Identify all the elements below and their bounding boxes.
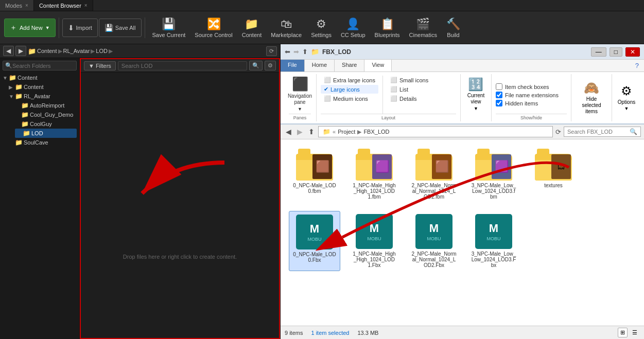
tab-view[interactable]: View (364, 60, 392, 72)
file-explorer-title: FBX_LOD (322, 48, 588, 56)
file-name: 1_NPC-Male_High_High_1024_LOD1.Fbx (352, 251, 397, 268)
content-btn[interactable]: 📁 Content (238, 15, 266, 40)
current-view-btn[interactable]: 🔢 Currentview ▼ . (461, 74, 492, 121)
ue-sep-1 (59, 17, 59, 38)
tree-label: LOD (31, 130, 43, 136)
nav-forward-addr-button[interactable]: ▶ (295, 127, 305, 137)
marketplace-btn[interactable]: 🛍 Marketplace (267, 15, 306, 40)
add-new-button[interactable]: ＋ Add New ▼ (4, 19, 56, 37)
list-item[interactable]: M MOBU 0_NPC-Male_LOD0.Fbx (289, 211, 340, 271)
help-icon[interactable]: ? (630, 60, 644, 72)
modes-close[interactable]: × (25, 3, 28, 8)
import-button[interactable]: ⬇ Import (62, 19, 98, 37)
tree-item-soulcave[interactable]: 📁 SoulCave (9, 138, 77, 147)
tree-item-content-child[interactable]: ▶ 📁 Content (9, 82, 77, 92)
refresh-addr-button[interactable]: ⟳ (554, 127, 562, 137)
tree-item-content-root[interactable]: ▼ 📁 Content (3, 73, 77, 82)
list-item[interactable]: 🗂 textures (528, 146, 579, 203)
ribbon-group-panes: ⬛ Navigationpane ▼ Panes (284, 74, 317, 121)
folder-addr-icon: 📁 (323, 128, 330, 135)
show-hide-group-label: Show/hide (496, 114, 567, 121)
breadcrumb-sync-button[interactable]: ⟳ (266, 46, 277, 56)
item-checkboxes-checkbox[interactable]: Item check boxes (496, 83, 567, 90)
details-btn[interactable]: ⬜ Details (387, 94, 431, 103)
nav-pane-dropdown-icon: ▼ (298, 106, 302, 112)
status-bar: 9 items 1 item selected 13.3 MB ⊞ ☰ (281, 326, 644, 339)
tree-label: Content (24, 84, 44, 90)
breadcrumb-level1[interactable]: RL_Avatar (63, 48, 90, 54)
nav-up-addr-button[interactable]: ⬆ (306, 127, 317, 137)
medium-icons-btn[interactable]: ⬜ Medium icons (321, 94, 378, 103)
list-item[interactable]: M MOBU 2_NPC-Male_Normal_Normal_1024_LOD… (408, 211, 460, 271)
filter-bar: ▼ Filters 🔍 ⚙ (81, 59, 279, 73)
blueprints-btn[interactable]: 📋 Blueprints (371, 15, 404, 40)
list-item[interactable]: 🟫 2_NPC-Male_Normal_Normal_1024_LOD2.fbm (408, 146, 460, 203)
blueprints-icon: 📋 (380, 17, 394, 31)
tab-file[interactable]: File (281, 60, 305, 72)
large-icons-btn[interactable]: ✔ Large icons (321, 85, 378, 94)
tree-label: CoolGuy (30, 121, 52, 127)
hide-selected-btn[interactable]: 🙈 Hide selected items (571, 74, 612, 121)
options-btn[interactable]: ⚙ Options ▼ (612, 74, 641, 121)
search-folders-input[interactable] (12, 63, 74, 69)
tree-item-autoreimport[interactable]: 📁 AutoReimport (15, 101, 77, 110)
tab-home[interactable]: Home (305, 60, 335, 72)
breadcrumb-level2[interactable]: LOD (96, 48, 108, 54)
breadcrumb-back-button[interactable]: ◀ (3, 46, 14, 56)
content-area: ▼ Filters 🔍 ⚙ (80, 58, 280, 339)
file-name: 2_NPC-Male_Normal_Normal_1024_LOD2.fbm (411, 183, 457, 200)
window-minimize-button[interactable]: — (591, 47, 606, 57)
list-btn[interactable]: ⬜ List (387, 85, 431, 94)
address-input[interactable]: 📁 « Project ▶ FBX_LOD (318, 126, 553, 137)
list-item[interactable]: 🟫 0_NPC-Male_LOD0.fbm (289, 146, 340, 203)
hide-selected-icon: 🙈 (584, 81, 599, 95)
hidden-items-checkbox[interactable]: Hidden items (496, 100, 567, 106)
search-lod-field[interactable] (118, 61, 247, 70)
tree-item-coolguy[interactable]: 📁 CoolGuy (15, 119, 77, 129)
save-current-btn[interactable]: 💾 Save Current (148, 15, 190, 40)
breadcrumb-sep-2: ▶ (91, 48, 95, 55)
list-item[interactable]: M MOBU 3_NPC-Male_Low_Low_1024_LOD3.Fbx (468, 211, 519, 271)
tree-item-lod[interactable]: 📁 LOD (15, 129, 77, 138)
view-large-button[interactable]: ⊞ (618, 328, 628, 337)
cc-setup-btn[interactable]: 👤 CC Setup (337, 15, 370, 40)
list-item[interactable]: 🟪 1_NPC-Male_High_High_1024_LOD1.fbm (349, 146, 400, 203)
build-btn[interactable]: 🔨 Build (442, 15, 464, 40)
search-box[interactable]: 🔍 (564, 127, 641, 137)
window-maximize-button[interactable]: □ (610, 47, 622, 57)
window-close-button[interactable]: ✕ (625, 47, 640, 57)
source-control-icon: 🔀 (207, 17, 221, 31)
list-item[interactable]: 🟪 3_NPC-Male_Low_Low_1024_LOD3.fbm (468, 146, 519, 203)
list-item[interactable]: M MOBU 1_NPC-Male_High_High_1024_LOD1.Fb… (349, 211, 400, 271)
search-lod-input[interactable] (121, 63, 243, 69)
save-all-button[interactable]: 💾 Save All (99, 19, 142, 37)
search-lod-button[interactable]: 🔍 (249, 61, 263, 70)
file-name-ext-input[interactable] (496, 92, 502, 98)
tree-item-rl-avatar[interactable]: ▼ 📁 RL_Avatar (9, 92, 77, 101)
view-list-button[interactable]: ☰ (630, 328, 640, 337)
hidden-items-input[interactable] (496, 100, 502, 106)
small-icons-btn[interactable]: ⬜ Small icons (387, 76, 431, 84)
breadcrumb-sep-1: ▶ (58, 48, 62, 55)
breadcrumb-forward-button[interactable]: ▶ (15, 46, 26, 56)
filters-button[interactable]: ▼ Filters (84, 61, 116, 70)
search-folders-field[interactable]: 🔍 (3, 61, 77, 70)
tab-share[interactable]: Share (335, 60, 364, 72)
navigation-pane-btn[interactable]: ⬛ Navigationpane ▼ (286, 74, 314, 114)
content-browser-close[interactable]: × (84, 3, 88, 8)
modes-tab[interactable]: Modes × (0, 0, 34, 11)
view-options-button[interactable]: ⚙ (265, 61, 276, 70)
file-name: 0_NPC-Male_LOD0.fbm (292, 183, 337, 194)
item-checkboxes-input[interactable] (496, 83, 502, 90)
file-name-extensions-checkbox[interactable]: File name extensions (496, 92, 567, 98)
content-browser-tab[interactable]: Content Browser × (34, 0, 93, 11)
folder-icon: 📁 (23, 130, 30, 137)
source-control-btn[interactable]: 🔀 Source Control (190, 15, 236, 40)
cinematics-btn[interactable]: 🎬 Cinematics (405, 15, 441, 40)
nav-back-addr-button[interactable]: ◀ (284, 127, 293, 137)
extra-large-icons-btn[interactable]: ⬜ Extra large icons (321, 76, 378, 84)
search-files-input[interactable] (567, 129, 630, 135)
breadcrumb-root[interactable]: Content (37, 48, 57, 54)
tree-item-cool-guy-demo[interactable]: 📁 Cool_Guy_Demo (15, 110, 77, 119)
settings-btn[interactable]: ⚙ Settings (307, 15, 336, 40)
